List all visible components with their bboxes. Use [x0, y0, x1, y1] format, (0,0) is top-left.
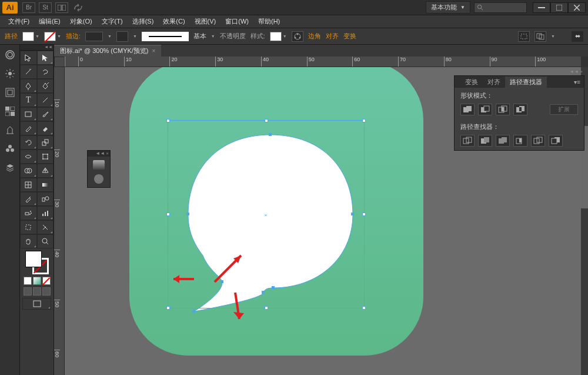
- stroke-swatch[interactable]: ▼: [44, 32, 61, 41]
- intersect-button[interactable]: [496, 104, 510, 115]
- curvature-tool[interactable]: [37, 79, 54, 93]
- lasso-tool[interactable]: [37, 65, 54, 79]
- panel-menu-icon[interactable]: ▾≡: [570, 79, 584, 85]
- resize-handle[interactable]: [166, 306, 170, 310]
- toolbox-collapse[interactable]: ◄◄: [20, 45, 54, 51]
- pencil-tool[interactable]: [20, 121, 37, 135]
- symbols-lib-icon[interactable]: [4, 142, 16, 155]
- artboard-tool[interactable]: [20, 220, 37, 234]
- menu-view[interactable]: 视图(V): [190, 16, 221, 27]
- fill-stroke-indicator[interactable]: [25, 251, 49, 274]
- tab-transform[interactable]: 变换: [460, 77, 483, 88]
- minus-back-button[interactable]: [549, 135, 563, 147]
- perspective-tool[interactable]: [37, 164, 54, 178]
- menu-window[interactable]: 窗口(W): [220, 16, 253, 27]
- swatches-icon[interactable]: [4, 105, 16, 118]
- minimize-button[interactable]: [533, 2, 550, 13]
- bridge-icon[interactable]: Br: [22, 2, 35, 13]
- resize-handle[interactable]: [362, 213, 366, 216]
- eyedropper-tool[interactable]: [20, 192, 37, 206]
- menu-select[interactable]: 选择(S): [128, 16, 159, 27]
- outline-button[interactable]: [531, 135, 545, 147]
- close-button[interactable]: [568, 2, 586, 13]
- rotate-tool[interactable]: [20, 135, 37, 150]
- brush-lib-icon[interactable]: [4, 124, 16, 137]
- maximize-button[interactable]: [550, 2, 568, 13]
- isolate-button[interactable]: [518, 31, 530, 42]
- minus-front-button[interactable]: [478, 104, 492, 115]
- draw-inside[interactable]: [42, 287, 51, 296]
- layers-icon[interactable]: [4, 161, 16, 174]
- tab-align[interactable]: 对齐: [483, 77, 505, 88]
- arrange-icon[interactable]: [55, 2, 68, 13]
- panel-collapse-icon[interactable]: ◄◄ ×: [88, 151, 110, 157]
- unite-button[interactable]: [460, 104, 475, 115]
- blend-tool[interactable]: [37, 192, 54, 206]
- brush-preview[interactable]: [142, 32, 189, 41]
- recolor-button[interactable]: [292, 31, 303, 42]
- graph-tool[interactable]: [37, 206, 54, 220]
- document-tab[interactable]: 图标.ai* @ 300% (CMYK/预览) ×: [54, 45, 161, 57]
- search-input[interactable]: [474, 2, 527, 13]
- type-tool[interactable]: T: [20, 93, 37, 107]
- align-link[interactable]: 对齐: [326, 32, 339, 41]
- resize-handle[interactable]: [362, 306, 366, 310]
- resize-handle[interactable]: [166, 119, 170, 122]
- menu-type[interactable]: 文字(T): [97, 16, 128, 27]
- style-swatch[interactable]: ▼: [270, 32, 287, 41]
- merge-button[interactable]: [496, 135, 510, 147]
- trim-button[interactable]: [478, 135, 492, 147]
- resize-handle[interactable]: [265, 119, 268, 122]
- gradient-panel-icon[interactable]: [93, 160, 105, 170]
- color-mode-none[interactable]: [42, 277, 51, 285]
- magic-wand-tool[interactable]: [20, 65, 37, 79]
- free-transform-tool[interactable]: [37, 150, 54, 164]
- transform-link[interactable]: 变换: [343, 32, 356, 41]
- appearance-panel-icon[interactable]: [94, 174, 103, 184]
- fill-swatch[interactable]: ▼: [22, 32, 39, 41]
- vsp-button[interactable]: [116, 31, 128, 42]
- resize-handle[interactable]: [362, 119, 366, 122]
- brushes-icon[interactable]: [4, 67, 16, 80]
- divide-button[interactable]: [460, 135, 475, 147]
- expand-button[interactable]: 扩展: [550, 104, 578, 115]
- horizontal-ruler[interactable]: 010 2030 4050 6070 8090 100: [65, 57, 581, 67]
- resize-handle[interactable]: [265, 306, 268, 310]
- exclude-button[interactable]: [513, 104, 527, 115]
- menu-file[interactable]: 文件(F): [4, 16, 34, 27]
- symbol-sprayer-tool[interactable]: [20, 206, 37, 220]
- vertical-ruler[interactable]: 1020 3040 5060: [54, 67, 65, 375]
- ruler-origin[interactable]: [54, 57, 65, 67]
- mask-button[interactable]: [534, 31, 546, 42]
- color-mode-solid[interactable]: [24, 277, 32, 285]
- symbols-icon[interactable]: [4, 86, 16, 99]
- menu-help[interactable]: 帮助(H): [253, 16, 285, 27]
- paintbrush-tool[interactable]: [37, 107, 54, 121]
- close-tab-icon[interactable]: ×: [152, 48, 156, 54]
- fill-color[interactable]: [25, 251, 42, 267]
- draw-normal[interactable]: [24, 287, 32, 296]
- pen-tool[interactable]: [20, 79, 37, 93]
- selection-bounding-box[interactable]: ×: [168, 120, 365, 308]
- corners-link[interactable]: 边角: [308, 32, 321, 41]
- scale-tool[interactable]: [37, 135, 54, 150]
- hand-tool[interactable]: [20, 234, 37, 248]
- stroke-weight-input[interactable]: [85, 32, 103, 41]
- rectangle-tool[interactable]: [20, 107, 37, 121]
- gradient-tool[interactable]: [37, 178, 54, 192]
- stock-icon[interactable]: St: [39, 2, 52, 13]
- slice-tool[interactable]: [37, 220, 54, 234]
- direct-selection-tool[interactable]: [37, 51, 54, 65]
- menu-object[interactable]: 对象(O): [65, 16, 97, 27]
- shape-builder-tool[interactable]: [20, 164, 37, 178]
- draw-behind[interactable]: [33, 287, 41, 296]
- cc-libraries-icon[interactable]: [4, 48, 16, 61]
- resize-handle[interactable]: [166, 213, 170, 216]
- sync-icon[interactable]: [72, 2, 85, 13]
- floating-mini-panel[interactable]: ◄◄ ×: [87, 150, 111, 188]
- eraser-tool[interactable]: [37, 121, 54, 135]
- pathfinder-panel[interactable]: ◄◄ × 变换 对齐 路径查找器 ▾≡ 形状模式： 扩展 路径查找器：: [454, 75, 584, 151]
- screen-mode[interactable]: [22, 298, 51, 310]
- line-tool[interactable]: [37, 93, 54, 107]
- panel-collapse-icon[interactable]: ◄◄ ×: [569, 69, 583, 74]
